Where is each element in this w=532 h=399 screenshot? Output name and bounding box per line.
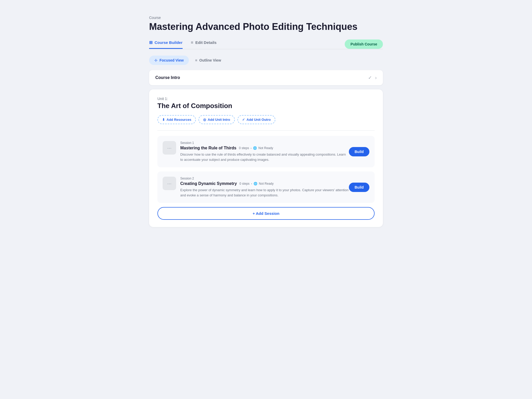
session-2-title: Creating Dynamic Symmetry [180,181,237,186]
sessions-divider [157,130,375,131]
add-resources-label: Add Resources [167,118,191,122]
add-unit-intro-icon: ◎ [203,118,206,122]
course-intro-card: Course Intro ✓ › [149,70,383,85]
publish-course-button[interactable]: Publish Course [345,39,383,49]
page-container: Course Mastering Advanced Photo Editing … [149,16,383,227]
outline-view-button[interactable]: ≡ Outline View [190,56,226,65]
session-1-description: Discover how to use the rule of thirds e… [180,152,349,162]
chevron-right-icon[interactable]: › [375,75,377,81]
not-ready-icon: 🌐 [253,146,257,150]
session-1-content: Session 1 Mastering the Rule of Thirds 0… [180,141,349,162]
tab-course-builder[interactable]: ⊞ Course Builder [149,40,183,49]
focused-view-button[interactable]: ⊹ Focused View [149,56,189,65]
session-2-thumb-icon: ··· [167,181,172,187]
add-session-button[interactable]: + Add Session [157,207,375,220]
session-1-header: Mastering the Rule of Thirds 0 steps 🌐 N… [180,146,349,150]
tabs-left: ⊞ Course Builder ≡ Edit Details [149,40,217,48]
session-1-thumbnail: ··· [163,141,176,155]
session-1-meta: 0 steps 🌐 Not Ready [239,146,273,150]
page-title: Mastering Advanced Photo Editing Techniq… [149,21,383,32]
session-2-status: Not Ready [259,182,274,185]
breadcrumb: Course [149,16,383,20]
view-switcher: ⊹ Focused View ≡ Outline View [149,56,383,65]
unit-card: Unit 1: The Art of Composition ⬇ Add Res… [149,89,383,227]
session-2-dot [251,183,252,184]
course-intro-actions: ✓ › [368,75,377,81]
session-1-status: Not Ready [258,146,273,150]
session-2-label: Session 2 [180,177,349,180]
add-resources-button[interactable]: ⬇ Add Resources [157,115,196,124]
not-ready-icon-2: 🌐 [254,182,257,185]
session-1-build-button[interactable]: Build [349,147,369,156]
session-2-steps: 0 steps [240,182,250,185]
session-1-thumb-icon: ··· [167,145,172,151]
session-1-label: Session 1 [180,141,349,145]
session-2-row-inner: Session 2 Creating Dynamic Symmetry 0 st… [180,177,369,198]
tab-edit-details[interactable]: ≡ Edit Details [191,40,217,49]
course-intro-title: Course Intro [155,75,180,80]
add-unit-outro-button[interactable]: ✓ Add Unit Outro [237,115,275,124]
session-1-title: Mastering the Rule of Thirds [180,146,236,150]
outline-view-label: Outline View [199,58,221,62]
add-unit-outro-label: Add Unit Outro [247,118,271,122]
add-unit-intro-button[interactable]: ◎ Add Unit Intro [198,115,235,124]
session-1-row-inner: Session 1 Mastering the Rule of Thirds 0… [180,141,369,162]
session-2-content: Session 2 Creating Dynamic Symmetry 0 st… [180,177,349,198]
unit-actions: ⬇ Add Resources ◎ Add Unit Intro ✓ Add U… [157,115,375,124]
session-1-dot [251,148,251,149]
check-icon[interactable]: ✓ [368,75,372,81]
session-2-thumbnail: ··· [163,177,176,190]
tabs-bar: ⊞ Course Builder ≡ Edit Details Publish … [149,39,383,49]
tab-course-builder-label: Course Builder [155,40,183,45]
add-unit-outro-icon: ✓ [242,118,245,122]
focused-view-icon: ⊹ [154,58,157,62]
session-1-steps: 0 steps [239,146,249,150]
session-2-meta: 0 steps 🌐 Not Ready [240,182,274,185]
add-unit-intro-label: Add Unit Intro [208,118,230,122]
session-2-description: Explore the power of dynamic symmetry an… [180,188,349,198]
add-resources-icon: ⬇ [162,118,165,122]
session-2-build-button[interactable]: Build [349,183,369,192]
unit-title: The Art of Composition [157,102,375,110]
outline-view-icon: ≡ [195,58,197,62]
session-2-header: Creating Dynamic Symmetry 0 steps 🌐 Not … [180,181,349,186]
session-card: ··· Session 1 Mastering the Rule of Thir… [157,136,375,167]
edit-details-icon: ≡ [191,40,193,45]
tab-edit-details-label: Edit Details [195,40,217,45]
unit-label: Unit 1: [157,97,375,101]
session-2-card: ··· Session 2 Creating Dynamic Symmetry … [157,171,375,203]
focused-view-label: Focused View [159,58,184,62]
course-builder-icon: ⊞ [149,40,152,45]
